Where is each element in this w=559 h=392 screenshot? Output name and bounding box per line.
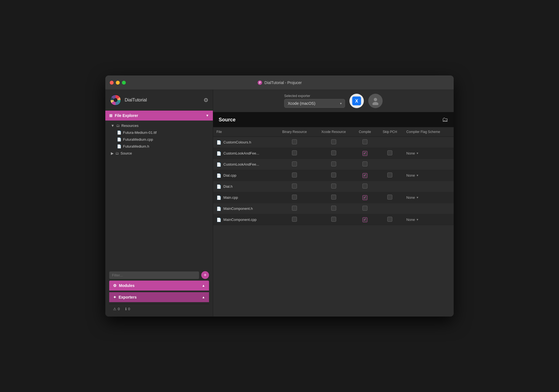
file-tree: ▼ 🗂 Resources 📄 Futura-Medium-01.ttf 📄 F…	[105, 121, 213, 268]
minimize-button[interactable]	[116, 81, 120, 85]
xcode-resource-cell[interactable]	[314, 170, 353, 181]
xcode-resource-cell[interactable]	[314, 159, 353, 170]
tree-file-futura-h[interactable]: 📄 FuturaMedium.h	[105, 143, 213, 150]
binary-resource-checkbox[interactable]	[292, 161, 297, 166]
compiler-flag-value: None	[406, 173, 415, 177]
binary-resource-checkbox[interactable]	[292, 184, 297, 189]
open-folder-button[interactable]: 🗂	[442, 116, 448, 123]
binary-resource-cell[interactable]	[275, 192, 314, 203]
compile-cell[interactable]: ✓	[353, 214, 377, 225]
xcode-resource-checkbox[interactable]	[331, 217, 336, 222]
xcode-button[interactable]: X	[349, 94, 364, 108]
warnings-status: ⚠ 0	[113, 307, 120, 311]
binary-resource-checkbox[interactable]	[292, 217, 297, 222]
skip-pch-cell[interactable]	[377, 192, 403, 203]
xcode-resource-cell[interactable]	[314, 148, 353, 159]
compile-cell[interactable]: ✓	[353, 192, 377, 203]
compile-checkbox[interactable]	[362, 184, 367, 189]
skip-pch-checkbox[interactable]	[387, 217, 392, 222]
binary-resource-cell[interactable]	[275, 181, 314, 192]
compile-checkbox[interactable]	[362, 161, 367, 166]
skip-pch-cell[interactable]	[377, 159, 403, 170]
skip-pch-checkbox[interactable]	[387, 173, 392, 177]
compile-cell[interactable]	[353, 181, 377, 192]
xcode-resource-checkbox[interactable]	[331, 150, 336, 155]
compiler-flag-scheme-cell[interactable]	[403, 159, 454, 170]
tree-file-futura-ttf[interactable]: 📄 Futura-Medium-01.ttf	[105, 129, 213, 136]
compiler-flag-scheme-cell[interactable]	[403, 137, 454, 148]
add-button[interactable]: +	[201, 271, 209, 279]
compile-cell[interactable]: ✓	[353, 170, 377, 181]
binary-resource-checkbox[interactable]	[292, 139, 297, 144]
skip-pch-checkbox[interactable]	[387, 195, 392, 200]
compile-cell[interactable]: ✓	[353, 148, 377, 159]
xcode-resource-cell[interactable]	[314, 203, 353, 214]
skip-pch-cell[interactable]	[377, 181, 403, 192]
compiler-flag-dropdown[interactable]: None▼	[406, 151, 450, 155]
xcode-resource-cell[interactable]	[314, 192, 353, 203]
compile-checkbox[interactable]	[362, 139, 367, 144]
compiler-flag-scheme-cell[interactable]	[403, 203, 454, 214]
xcode-resource-cell[interactable]	[314, 137, 353, 148]
maximize-button[interactable]	[122, 81, 126, 85]
exporters-header[interactable]: ✦ Exporters ▲	[109, 292, 209, 302]
close-button[interactable]	[110, 81, 114, 85]
skip-pch-checkbox[interactable]	[387, 150, 392, 155]
compile-checkbox[interactable]: ✓	[362, 173, 367, 178]
compiler-flag-scheme-cell[interactable]	[403, 181, 454, 192]
xcode-resource-checkbox[interactable]	[331, 195, 336, 200]
binary-resource-checkbox[interactable]	[292, 150, 297, 155]
binary-resource-checkbox[interactable]	[292, 173, 297, 177]
info-status: ℹ 0	[125, 307, 130, 311]
main-window: P DialTutorial - Projucer	[105, 75, 454, 317]
modules-header[interactable]: ⚙ Modules ▲	[109, 281, 209, 291]
compiler-flag-scheme-cell[interactable]: None▼	[403, 214, 454, 225]
table-row: 📄Dial.h	[213, 181, 454, 192]
compiler-flag-scheme-cell[interactable]: None▼	[403, 170, 454, 181]
xcode-resource-checkbox[interactable]	[331, 139, 336, 144]
xcode-resource-checkbox[interactable]	[331, 206, 336, 211]
settings-button[interactable]: ⚙	[203, 97, 208, 103]
skip-pch-cell[interactable]	[377, 137, 403, 148]
exporter-select[interactable]: Xcode (macOS)	[284, 99, 345, 108]
compile-checkbox[interactable]	[362, 206, 367, 211]
binary-resource-checkbox[interactable]	[292, 195, 297, 200]
binary-resource-cell[interactable]	[275, 170, 314, 181]
compile-checkbox[interactable]: ✓	[362, 217, 367, 222]
xcode-resource-cell[interactable]	[314, 214, 353, 225]
compile-checkbox[interactable]: ✓	[362, 195, 367, 200]
compiler-flag-dropdown[interactable]: None▼	[406, 173, 450, 177]
binary-resource-cell[interactable]	[275, 137, 314, 148]
file-name-label: MainComponent.h	[223, 207, 253, 211]
xcode-resource-checkbox[interactable]	[331, 173, 336, 177]
binary-resource-cell[interactable]	[275, 214, 314, 225]
compiler-flag-dropdown[interactable]: None▼	[406, 195, 450, 200]
compiler-flag-dropdown[interactable]: None▼	[406, 218, 450, 222]
user-button[interactable]	[368, 94, 383, 108]
compile-cell[interactable]	[353, 203, 377, 214]
modules-icon: ⚙	[113, 283, 117, 288]
binary-resource-cell[interactable]	[275, 148, 314, 159]
skip-pch-cell[interactable]	[377, 148, 403, 159]
compiler-flag-scheme-cell[interactable]: None▼	[403, 192, 454, 203]
compile-cell[interactable]	[353, 137, 377, 148]
skip-pch-cell[interactable]	[377, 214, 403, 225]
xcode-resource-checkbox[interactable]	[331, 161, 336, 166]
binary-resource-checkbox[interactable]	[292, 206, 297, 211]
file-name-label: CustomLookAndFee...	[223, 151, 259, 155]
binary-resource-cell[interactable]	[275, 159, 314, 170]
tree-file-futura-cpp[interactable]: 📄 FuturaMedium.cpp	[105, 136, 213, 143]
compiler-flag-scheme-cell[interactable]: None▼	[403, 148, 454, 159]
compile-cell[interactable]	[353, 159, 377, 170]
tree-source-folder[interactable]: ▶ 🗂 Source	[105, 150, 213, 157]
skip-pch-cell[interactable]	[377, 203, 403, 214]
filter-input[interactable]	[109, 271, 199, 279]
compile-checkbox[interactable]: ✓	[362, 151, 367, 156]
xcode-resource-cell[interactable]	[314, 181, 353, 192]
tree-resources-folder[interactable]: ▼ 🗂 Resources	[105, 122, 213, 129]
binary-resource-cell[interactable]	[275, 203, 314, 214]
dropdown-arrow-icon: ▼	[416, 174, 419, 177]
skip-pch-cell[interactable]	[377, 170, 403, 181]
xcode-resource-checkbox[interactable]	[331, 184, 336, 189]
file-explorer-header[interactable]: ⊞ File Explorer ▼	[105, 111, 213, 121]
